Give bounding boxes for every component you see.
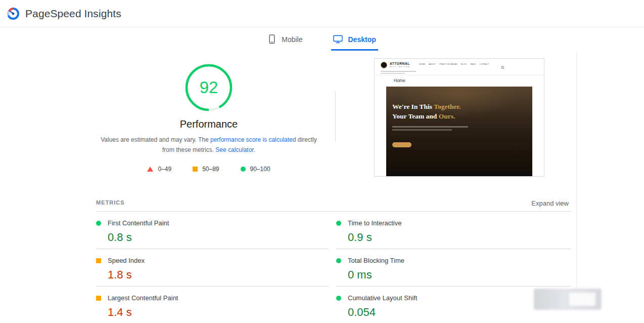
site-logo-icon bbox=[381, 62, 387, 68]
device-tabs: Mobile Desktop bbox=[0, 29, 644, 51]
average-square-icon bbox=[193, 167, 198, 172]
metric-label: Speed Index bbox=[108, 257, 145, 264]
metric-label: First Contentful Paint bbox=[108, 219, 169, 227]
site-nav-item: CONTACT bbox=[479, 63, 489, 65]
metrics-section-label: METRICS bbox=[96, 199, 125, 206]
desktop-monitor-icon bbox=[333, 35, 343, 44]
site-brand: ATTORNAL bbox=[390, 62, 410, 65]
top-bar: PageSpeed Insights bbox=[0, 0, 644, 27]
site-subtext-line bbox=[381, 73, 405, 74]
metric-total-blocking-time: Total Blocking Time 0 ms bbox=[336, 249, 571, 287]
pagespeed-insights-page: PageSpeed Insights Mobile Desktop bbox=[0, 0, 644, 323]
blurred-overlay-highlight bbox=[569, 293, 595, 306]
mobile-phone-icon bbox=[268, 34, 276, 44]
metric-value: 1.4 s bbox=[108, 306, 329, 319]
page-screenshot-thumbnail[interactable]: ATTORNAL BEST LAW FIRM HOME ABOUT PRACTI… bbox=[374, 58, 544, 177]
site-search-icon bbox=[501, 62, 504, 71]
site-nav-item: PRACTICE AREAS bbox=[439, 63, 457, 65]
hero-headline-line1: We're In This Together. bbox=[392, 103, 461, 111]
tab-mobile-label: Mobile bbox=[282, 35, 302, 44]
performance-score-link[interactable]: performance score is calculated bbox=[210, 136, 296, 143]
site-hero-image: We're In This Together. Your Team and Ou… bbox=[386, 87, 532, 173]
site-footer-bar bbox=[386, 173, 532, 177]
pagespeed-logo-icon bbox=[6, 7, 20, 21]
site-nav-item: BLOG bbox=[461, 63, 467, 65]
tab-desktop[interactable]: Desktop bbox=[331, 29, 378, 51]
expand-view-button[interactable]: Expand view bbox=[505, 199, 569, 207]
metric-label: Largest Contentful Paint bbox=[108, 294, 178, 302]
metric-time-to-interactive: Time to Interactive 0.9 s bbox=[336, 212, 571, 249]
metric-status-icon bbox=[96, 296, 101, 301]
score-legend: 0–49 50–89 90–100 bbox=[98, 166, 320, 173]
hero-subtext-line bbox=[392, 129, 452, 131]
legend-average: 50–89 bbox=[193, 166, 219, 173]
metric-label: Total Blocking Time bbox=[348, 257, 404, 264]
hero-button bbox=[392, 142, 411, 147]
legend-average-label: 50–89 bbox=[202, 166, 219, 173]
legend-good-label: 90–100 bbox=[250, 166, 270, 173]
hero-headline-line2: Your Team and Ours. bbox=[392, 112, 455, 120]
app-title: PageSpeed Insights bbox=[25, 8, 121, 20]
site-nav-item: ABOUT bbox=[429, 63, 436, 65]
metric-status-icon bbox=[96, 258, 101, 263]
score-description: Values are estimated and may vary. The p… bbox=[98, 135, 320, 155]
content-right-divider bbox=[576, 52, 577, 290]
blurred-overlay bbox=[534, 289, 602, 310]
hero-subtext-line bbox=[392, 126, 468, 128]
site-nav: HOME ABOUT PRACTICE AREAS BLOG FAQS CONT… bbox=[419, 63, 495, 65]
performance-gauge: 92 bbox=[185, 63, 233, 112]
legend-good: 90–100 bbox=[241, 166, 270, 173]
metric-label: Cumulative Layout Shift bbox=[348, 294, 417, 302]
metric-first-contentful-paint: First Contentful Paint 0.8 s bbox=[96, 212, 329, 249]
metric-status-icon bbox=[336, 258, 341, 263]
tab-desktop-label: Desktop bbox=[348, 35, 376, 44]
metric-speed-index: Speed Index 1.8 s bbox=[96, 249, 329, 287]
performance-score-value: 92 bbox=[185, 63, 233, 112]
metric-largest-contentful-paint: Largest Contentful Paint 1.4 s bbox=[96, 287, 329, 323]
score-description-text: Values are estimated and may vary. The bbox=[101, 136, 210, 143]
see-calculator-link[interactable]: See calculator. bbox=[215, 146, 255, 153]
site-nav-item: FAQS bbox=[470, 63, 476, 65]
metric-value: 0.9 s bbox=[348, 231, 571, 244]
metric-value: 0.8 s bbox=[108, 231, 329, 244]
metric-status-icon bbox=[96, 221, 101, 226]
good-circle-icon bbox=[241, 167, 246, 172]
performance-score-label: Performance bbox=[103, 118, 315, 130]
metric-value: 0 ms bbox=[348, 268, 571, 281]
legend-poor: 0–49 bbox=[147, 166, 171, 173]
site-header-divider bbox=[375, 75, 544, 75]
tab-mobile[interactable]: Mobile bbox=[266, 29, 304, 51]
site-brand-tagline: BEST LAW FIRM bbox=[390, 66, 410, 68]
score-thumbnail-divider bbox=[335, 91, 336, 142]
site-nav-item: HOME bbox=[419, 63, 425, 65]
site-breadcrumb: Home bbox=[394, 78, 405, 83]
metric-status-icon bbox=[336, 296, 341, 301]
metric-value: 1.8 s bbox=[108, 268, 329, 281]
metric-status-icon bbox=[336, 221, 341, 226]
legend-poor-label: 0–49 bbox=[158, 166, 171, 173]
site-subtext-line bbox=[381, 71, 416, 72]
metric-label: Time to Interactive bbox=[348, 219, 401, 227]
poor-triangle-icon bbox=[147, 167, 153, 172]
metrics-grid: First Contentful Paint 0.8 s Time to Int… bbox=[96, 212, 571, 323]
